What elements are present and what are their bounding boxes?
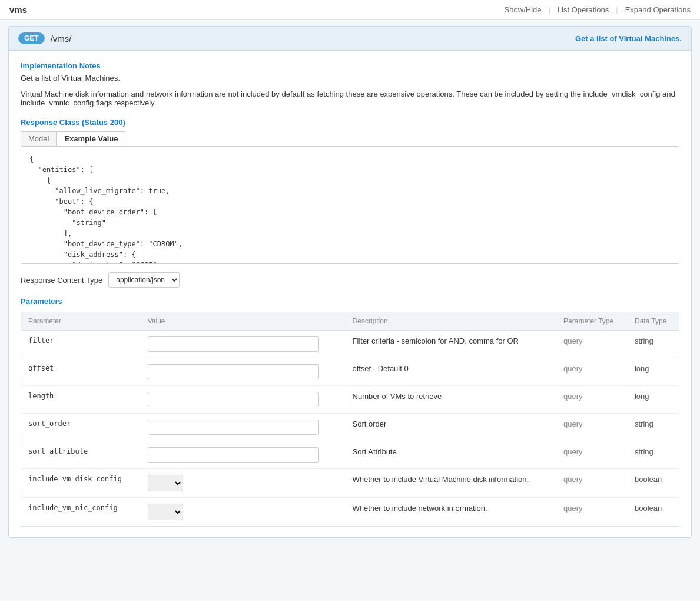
param-value — [141, 331, 346, 358]
param-description: Sort Attribute — [346, 441, 557, 469]
param-type: query — [556, 469, 628, 498]
parameters-table: Parameter Value Description Parameter Ty… — [21, 312, 679, 527]
param-value: truefalse — [141, 469, 346, 498]
param-name: filter — [21, 331, 141, 358]
response-content-type-label: Response Content Type — [21, 276, 102, 285]
impl-notes-title: Implementation Notes — [21, 61, 679, 70]
table-row: include_vm_disk_configtruefalseWhether t… — [21, 469, 679, 498]
param-name: include_vm_disk_config — [21, 469, 141, 498]
param-value-input[interactable] — [148, 364, 319, 379]
top-bar: vms Show/Hide | List Operations | Expand… — [0, 0, 700, 20]
param-data-type: string — [628, 414, 679, 441]
param-type: query — [556, 414, 628, 441]
api-section: GET /vms/ Get a list of Virtual Machines… — [8, 26, 692, 538]
param-name: include_vm_nic_config — [21, 498, 141, 527]
param-name: length — [21, 386, 141, 414]
param-data-type: boolean — [628, 469, 679, 498]
api-title: vms — [9, 5, 27, 15]
param-name: sort_attribute — [21, 441, 141, 469]
col-data-type: Data Type — [628, 312, 679, 331]
parameters-section: Parameters Parameter Value Description P… — [21, 297, 679, 527]
param-description: Filter criteria - semicolon for AND, com… — [346, 331, 557, 358]
response-content-type-row: Response Content Type application/json a… — [21, 272, 679, 288]
impl-notes-line2: Virtual Machine disk information and net… — [21, 90, 679, 107]
col-value: Value — [141, 312, 346, 331]
param-data-type: boolean — [628, 498, 679, 527]
param-value-input[interactable] — [148, 392, 319, 407]
param-type: query — [556, 331, 628, 358]
table-row: include_vm_nic_configtruefalseWhether to… — [21, 498, 679, 527]
table-row: sort_orderSort orderquerystring — [21, 414, 679, 441]
endpoint-path: /vms/ — [51, 34, 72, 44]
list-operations-link[interactable]: List Operations — [558, 5, 609, 14]
param-value — [141, 386, 346, 414]
param-description: Sort order — [346, 414, 557, 441]
top-bar-actions: Show/Hide | List Operations | Expand Ope… — [505, 5, 691, 14]
param-value-input[interactable] — [148, 336, 319, 352]
param-data-type: string — [628, 331, 679, 358]
table-row: lengthNumber of VMs to retrievequerylong — [21, 386, 679, 414]
code-example: { "entities": [ { "allow_live_migrate": … — [21, 146, 679, 264]
param-type: query — [556, 358, 628, 386]
param-description: Number of VMs to retrieve — [346, 386, 557, 414]
col-parameter: Parameter — [21, 312, 141, 331]
param-name: offset — [21, 358, 141, 386]
param-value — [141, 414, 346, 441]
param-name: sort_order — [21, 414, 141, 441]
col-description: Description — [346, 312, 557, 331]
col-parameter-type: Parameter Type — [556, 312, 628, 331]
param-data-type: string — [628, 441, 679, 469]
param-data-type: long — [628, 358, 679, 386]
method-badge: GET — [18, 32, 45, 44]
param-value — [141, 441, 346, 469]
tab-model[interactable]: Model — [21, 131, 57, 146]
param-value: truefalse — [141, 498, 346, 527]
expand-operations-link[interactable]: Expand Operations — [625, 5, 691, 14]
show-hide-link[interactable]: Show/Hide — [505, 5, 542, 14]
table-row: filterFilter criteria - semicolon for AN… — [21, 331, 679, 358]
param-type: query — [556, 386, 628, 414]
impl-notes-line1: Get a list of Virtual Machines. — [21, 74, 679, 82]
endpoint-description-right: Get a list of Virtual Machines. — [575, 34, 682, 43]
param-value — [141, 358, 346, 386]
response-class-title: Response Class (Status 200) — [21, 118, 679, 127]
table-header-row: Parameter Value Description Parameter Ty… — [21, 312, 679, 331]
param-value-select[interactable]: truefalse — [148, 504, 183, 520]
param-data-type: long — [628, 386, 679, 414]
param-type: query — [556, 498, 628, 527]
response-content-type-select[interactable]: application/json application/xml — [108, 272, 180, 288]
tab-example-value[interactable]: Example Value — [57, 131, 125, 146]
table-row: sort_attributeSort Attributequerystring — [21, 441, 679, 469]
param-value-select[interactable]: truefalse — [148, 475, 183, 491]
endpoint-header: GET /vms/ Get a list of Virtual Machines… — [9, 27, 691, 51]
response-tabs: Model Example Value — [21, 131, 679, 146]
param-value-input[interactable] — [148, 420, 319, 435]
param-type: query — [556, 441, 628, 469]
param-description: Whether to include Virtual Machine disk … — [346, 469, 557, 498]
param-description: offset - Default 0 — [346, 358, 557, 386]
table-row: offsetoffset - Default 0querylong — [21, 358, 679, 386]
content-area: Implementation Notes Get a list of Virtu… — [9, 51, 691, 537]
parameters-title: Parameters — [21, 297, 679, 306]
param-value-input[interactable] — [148, 447, 319, 463]
param-description: Whether to include network information. — [346, 498, 557, 527]
endpoint-left: GET /vms/ — [18, 32, 72, 44]
